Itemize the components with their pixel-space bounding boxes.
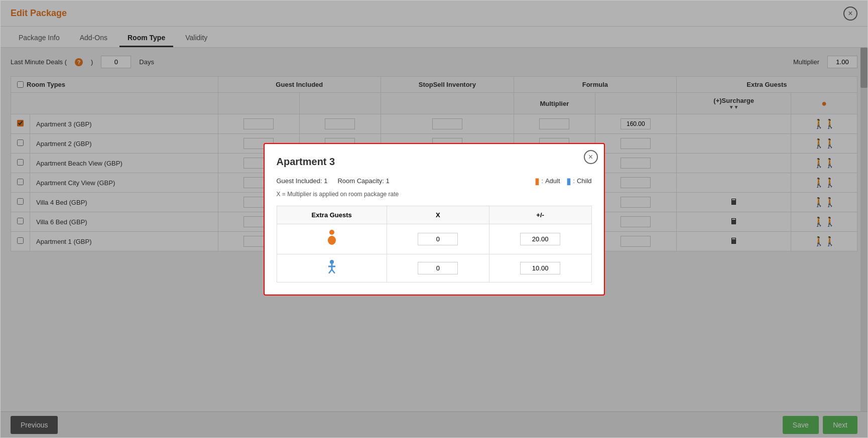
popup-legend: ▮ : Adult ▮ : Child bbox=[535, 176, 592, 187]
svg-point-2 bbox=[330, 260, 334, 264]
popup-table: Extra Guests X +/- bbox=[277, 206, 592, 282]
svg-line-5 bbox=[329, 269, 332, 273]
popup-room-capacity-label: Room Capacity: 1 bbox=[337, 177, 389, 185]
popup-overlay: × Apartment 3 Guest Included: 1 Room Cap… bbox=[1, 1, 867, 437]
popup-room-capacity-value: 1 bbox=[386, 177, 390, 185]
popup-guest-included-value: 1 bbox=[324, 177, 327, 185]
popup-row-child bbox=[277, 254, 591, 282]
popup-title: Apartment 3 bbox=[277, 156, 592, 168]
popup-col-plus-minus: +/- bbox=[489, 206, 591, 224]
child-icon: ▮ bbox=[566, 176, 571, 187]
popup-child-person-icon bbox=[327, 261, 337, 276]
popup-close-button[interactable]: × bbox=[584, 150, 598, 164]
popup-modal: × Apartment 3 Guest Included: 1 Room Cap… bbox=[264, 143, 605, 296]
popup-col-x: X bbox=[387, 206, 489, 224]
popup-adult-x-input[interactable] bbox=[418, 233, 458, 245]
popup-adult-person-icon bbox=[326, 233, 338, 248]
adult-label: Adult bbox=[545, 177, 560, 185]
popup-info-row: Guest Included: 1 Room Capacity: 1 ▮ : A… bbox=[277, 176, 592, 187]
adult-legend: ▮ : Adult bbox=[535, 176, 560, 187]
svg-line-6 bbox=[332, 269, 335, 273]
popup-adult-pm-input[interactable] bbox=[520, 233, 560, 245]
popup-child-x-input[interactable] bbox=[418, 262, 458, 274]
svg-point-1 bbox=[328, 236, 336, 245]
child-legend: ▮ : Child bbox=[566, 176, 592, 187]
adult-icon: ▮ bbox=[535, 176, 540, 187]
popup-row-adult bbox=[277, 224, 591, 254]
child-label: Child bbox=[577, 177, 592, 185]
popup-note: X = Multiplier is applied on room packag… bbox=[277, 191, 592, 198]
popup-col-extra-guests: Extra Guests bbox=[277, 206, 387, 224]
popup-guest-included-label: Guest Included: 1 bbox=[277, 177, 328, 185]
svg-point-0 bbox=[329, 230, 334, 235]
main-window: Edit Package × Package Info Add-Ons Room… bbox=[0, 0, 868, 438]
popup-child-pm-input[interactable] bbox=[520, 262, 560, 274]
